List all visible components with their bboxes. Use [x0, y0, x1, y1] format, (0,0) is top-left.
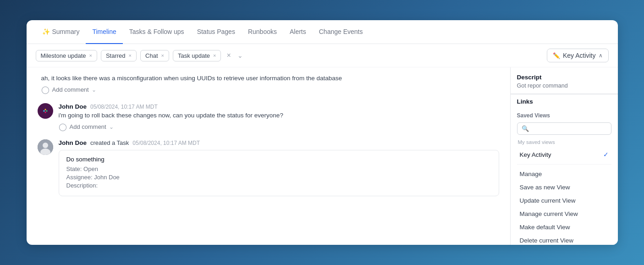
task-assignee-field: Assignee: John Doe [66, 174, 491, 181]
task-title-1: Do something [66, 156, 491, 163]
dropdown-panel: Saved Views 🔍 My saved views Key Activit… [511, 107, 618, 245]
event-header-2: John Doe created a Task 05/08/2024, 10:1… [59, 139, 499, 146]
key-activity-button[interactable]: ✏️ Key Activity ∧ [547, 49, 609, 62]
comment-icon-1: ◯ [41, 85, 50, 94]
event-time-2: 05/08/2024, 10:17 AM MDT [132, 140, 200, 146]
add-comment-chevron-2: ⌄ [109, 124, 114, 130]
tab-status[interactable]: Status Pages [191, 21, 242, 44]
filter-chip-milestone[interactable]: Milestone update × [36, 50, 97, 61]
event-author-2: John Doe [59, 139, 87, 146]
comment-icon-2: ◯ [59, 122, 67, 131]
saved-view-key-activity-label: Key Activity [520, 151, 551, 158]
right-panel: Descript Got repor command Links Saved V… [510, 67, 618, 245]
tab-change-events[interactable]: Change Events [313, 21, 369, 44]
description-text: Got repor command [517, 83, 611, 89]
avatar-slack-1 [38, 103, 53, 119]
filter-task-label: Task update [178, 52, 210, 59]
tab-alerts-label: Alerts [290, 28, 306, 35]
filter-chip-task[interactable]: Task update × [173, 50, 221, 61]
saved-view-key-activity[interactable]: Key Activity ✓ [517, 148, 611, 161]
saved-views-label: Saved Views [517, 112, 611, 119]
filter-chat-close[interactable]: × [161, 53, 164, 58]
tab-timeline[interactable]: Timeline [86, 21, 122, 44]
svg-point-3 [44, 109, 46, 110]
key-activity-label: Key Activity [563, 52, 596, 59]
event-created-text: created a Task [90, 139, 129, 146]
tab-summary-label: Summary [52, 28, 80, 35]
filter-chip-starred[interactable]: Starred × [101, 50, 137, 61]
filter-task-close[interactable]: × [213, 53, 216, 58]
svg-point-4 [44, 111, 46, 113]
dropdown-divider-1 [517, 164, 611, 165]
event-time-1: 05/08/2024, 10:17 AM MDT [90, 104, 158, 110]
save-as-new-action[interactable]: Save as new View [517, 181, 611, 194]
links-label: Links [511, 94, 618, 107]
add-comment-row-2[interactable]: ◯ Add comment ⌄ [59, 122, 499, 131]
main-panel: ✨ Summary Timeline Tasks & Follow ups St… [27, 20, 618, 245]
svg-rect-0 [41, 106, 50, 116]
manage-current-action[interactable]: Manage current View [517, 207, 611, 221]
star-icon: ✨ [42, 28, 50, 35]
timeline-item-1: ah, it looks like there was a misconfigu… [38, 75, 499, 94]
filter-chat-label: Chat [145, 52, 158, 59]
tab-bar: ✨ Summary Timeline Tasks & Follow ups St… [27, 20, 618, 44]
description-title: Descript [517, 74, 611, 81]
event-body-1: John Doe 05/08/2024, 10:17 AM MDT i'm go… [59, 103, 499, 131]
event-author-1: John Doe [59, 103, 87, 110]
filter-starred-label: Starred [106, 52, 126, 59]
filter-milestone-close[interactable]: × [89, 53, 92, 58]
make-default-action[interactable]: Make default View [517, 221, 611, 234]
tab-summary[interactable]: ✨ Summary [36, 21, 86, 44]
chevron-up-icon: ∧ [599, 52, 603, 59]
update-current-action[interactable]: Update current View [517, 194, 611, 207]
task-card-1: Do something State: Open Assignee: John … [59, 150, 499, 196]
check-icon: ✓ [603, 151, 609, 158]
filter-milestone-label: Milestone update [41, 52, 86, 59]
svg-point-6 [43, 143, 48, 148]
event-text-1: i'm going to roll back these changes now… [59, 112, 499, 119]
content-area: ah, it looks like there was a misconfigu… [27, 67, 618, 245]
task-state-field: State: Open [66, 166, 491, 172]
tab-status-label: Status Pages [197, 28, 235, 35]
timeline-event-1: John Doe 05/08/2024, 10:17 AM MDT i'm go… [38, 103, 499, 131]
tab-alerts[interactable]: Alerts [283, 21, 313, 44]
search-box[interactable]: 🔍 [517, 122, 611, 135]
filter-expand-chevron[interactable]: ⌄ [237, 52, 244, 59]
my-saved-views-label: My saved views [517, 139, 611, 145]
tab-runbooks-label: Runbooks [248, 28, 277, 35]
svg-point-1 [43, 110, 44, 111]
filter-chip-chat[interactable]: Chat × [140, 50, 169, 61]
tab-timeline-label: Timeline [92, 28, 116, 35]
add-comment-label-1: Add comment [52, 86, 89, 93]
tab-change-events-label: Change Events [319, 28, 363, 35]
add-comment-row-1[interactable]: ◯ Add comment ⌄ [41, 85, 499, 94]
event-body-2: John Doe created a Task 05/08/2024, 10:1… [59, 139, 499, 196]
delete-current-action[interactable]: Delete current View [517, 234, 611, 245]
tab-tasks[interactable]: Tasks & Follow ups [123, 21, 191, 44]
add-comment-chevron-1: ⌄ [92, 87, 96, 93]
comment-text-1: ah, it looks like there was a misconfigu… [41, 75, 499, 82]
filter-clear-button[interactable]: × [225, 51, 232, 60]
tab-runbooks[interactable]: Runbooks [242, 21, 283, 44]
filter-bar: Milestone update × Starred × Chat × Task… [27, 44, 618, 67]
timeline-event-2: John Doe created a Task 05/08/2024, 10:1… [38, 139, 499, 196]
add-comment-label-2: Add comment [70, 123, 106, 130]
saved-views-search-input[interactable] [532, 125, 607, 132]
timeline-feed: ah, it looks like there was a misconfigu… [27, 67, 510, 245]
pencil-icon: ✏️ [553, 52, 560, 59]
task-description-field: Description: [66, 182, 491, 189]
avatar-photo-1 [38, 139, 53, 155]
event-header-1: John Doe 05/08/2024, 10:17 AM MDT [59, 103, 499, 110]
search-icon: 🔍 [522, 125, 529, 132]
tab-tasks-label: Tasks & Follow ups [129, 28, 184, 35]
svg-point-2 [46, 110, 47, 111]
manage-action[interactable]: Manage [517, 167, 611, 181]
filter-starred-close[interactable]: × [129, 53, 132, 58]
description-section: Descript Got repor command [511, 67, 618, 94]
